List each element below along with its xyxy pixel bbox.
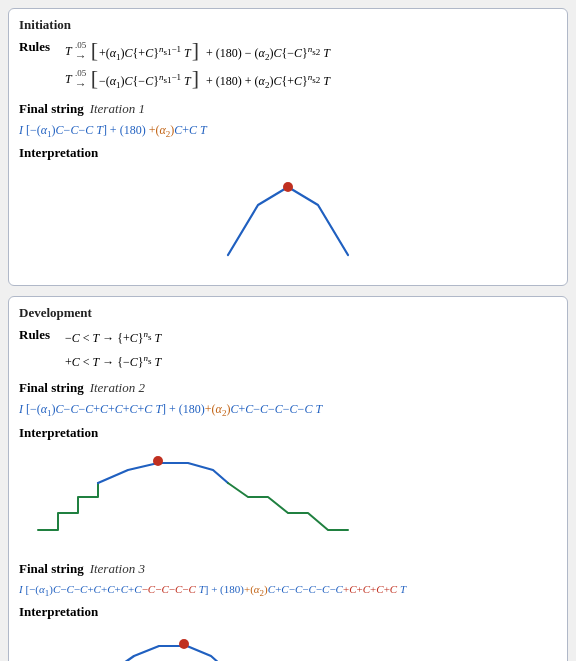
initiation-title: Initiation <box>19 17 557 33</box>
initiation-rule2-lhs: T <box>65 70 72 89</box>
initiation-iteration-label: Iteration 1 <box>90 101 145 117</box>
initiation-rule2-arrow: .05 → <box>75 69 87 90</box>
formula3-part1: I [−(α1)C−C−C+C+C+C+C <box>19 583 142 595</box>
dev-formula2: I [−(α1)C−C−C+C+C+C+C T] + (180)+(α2)C+C… <box>19 400 557 421</box>
formula2-part2: +(α2) <box>205 402 231 416</box>
formula3-part2: −C−C−C−C <box>142 583 196 595</box>
dev-interp2-label: Interpretation <box>19 425 557 441</box>
initiation-curve <box>228 187 348 255</box>
formula2-part1: I [−(α1)C−C−C+C+C+C+C T] + (180) <box>19 402 205 416</box>
formula3-part7: T <box>397 583 406 595</box>
initiation-rule1-arrow: .05 → <box>75 41 87 62</box>
initiation-rules-block: Rules T .05 → [+(α1)C{+C}ns1−1 T] + (180… <box>19 39 557 95</box>
dev-final-string3-label: Final string <box>19 561 84 577</box>
dev-canvas3 <box>19 624 557 661</box>
dev-rule2: +C < T → {−C}ns T <box>65 351 161 372</box>
dev3-blue-arch <box>111 646 229 661</box>
initiation-formula: I [−(α1)C−C−C T] + (180) +(α2)C+C T <box>19 121 557 142</box>
formula1-blue2: C+C T <box>174 123 207 137</box>
development-rules-block: Rules −C < T → {+C}ns T +C < T → {−C}ns … <box>19 327 557 373</box>
dev2-red-dot <box>153 456 163 466</box>
initiation-rule1-row: T .05 → [+(α1)C{+C}ns1−1 T] + (180) − (α… <box>65 39 330 65</box>
dev-svg2 <box>28 445 548 555</box>
initiation-rule1-rhs: [+(α1)C{+C}ns1−1 T] + (180) − (α2)C{−C}n… <box>90 39 330 65</box>
dev2-right-green <box>228 483 348 530</box>
formula3-part5: C+C−C−C−C−C <box>268 583 343 595</box>
dev-final-string3-row: Final string Iteration 3 <box>19 561 557 577</box>
dev-svg3 <box>19 624 557 661</box>
dev-iteration3-label: Iteration 3 <box>90 561 145 577</box>
initiation-final-string-label: Final string <box>19 101 84 117</box>
dev-rule1: −C < T → {+C}ns T <box>65 327 161 348</box>
dev-rule2-row: +C < T → {−C}ns T <box>65 351 161 372</box>
dev-formula3: I [−(α1)C−C−C+C+C+C+C−C−C−C−C T] + (180)… <box>19 581 557 601</box>
dev-final-string2-label: Final string <box>19 380 84 396</box>
initiation-rules-label: Rules <box>19 39 57 55</box>
dev2-blue-arch <box>98 463 228 483</box>
development-rules-label: Rules <box>19 327 57 343</box>
dev-canvas2 <box>19 445 557 555</box>
initiation-svg <box>138 165 438 275</box>
dev-interp3-label: Interpretation <box>19 604 557 620</box>
initiation-rules-content: T .05 → [+(α1)C{+C}ns1−1 T] + (180) − (α… <box>65 39 330 95</box>
formula1-blue: I [−(α1)C−C−C T] + (180) <box>19 123 149 137</box>
initiation-rule2-rhs: [−(α1)C{−C}ns1−1 T] + (180) + (α2)C{+C}n… <box>90 67 330 93</box>
development-section: Development Rules −C < T → {+C}ns T +C <… <box>8 296 568 661</box>
initiation-rule2-row: T .05 → [−(α1)C{−C}ns1−1 T] + (180) + (α… <box>65 67 330 93</box>
development-title: Development <box>19 305 557 321</box>
dev3-red-dot <box>179 639 189 649</box>
initiation-final-string-row: Final string Iteration 1 <box>19 101 557 117</box>
dev-iteration2-label: Iteration 2 <box>90 380 145 396</box>
formula3-part3: T] + (180) <box>196 583 244 595</box>
formula2-part3: C+C−C−C−C−C T <box>230 402 322 416</box>
initiation-red-dot <box>283 182 293 192</box>
dev2-left-green <box>38 483 98 530</box>
dev-rule1-row: −C < T → {+C}ns T <box>65 327 161 348</box>
initiation-interp-label: Interpretation <box>19 145 557 161</box>
formula3-part4: +(α2) <box>244 583 268 595</box>
formula3-part6: +C+C+C+C <box>343 583 397 595</box>
development-rules-content: −C < T → {+C}ns T +C < T → {−C}ns T <box>65 327 161 373</box>
initiation-section: Initiation Rules T .05 → [+(α1)C{+C}ns1−… <box>8 8 568 286</box>
dev-final-string2-row: Final string Iteration 2 <box>19 380 557 396</box>
formula1-orange: +(α2) <box>149 123 175 137</box>
initiation-rule1-lhs: T <box>65 42 72 61</box>
initiation-canvas <box>19 165 557 275</box>
